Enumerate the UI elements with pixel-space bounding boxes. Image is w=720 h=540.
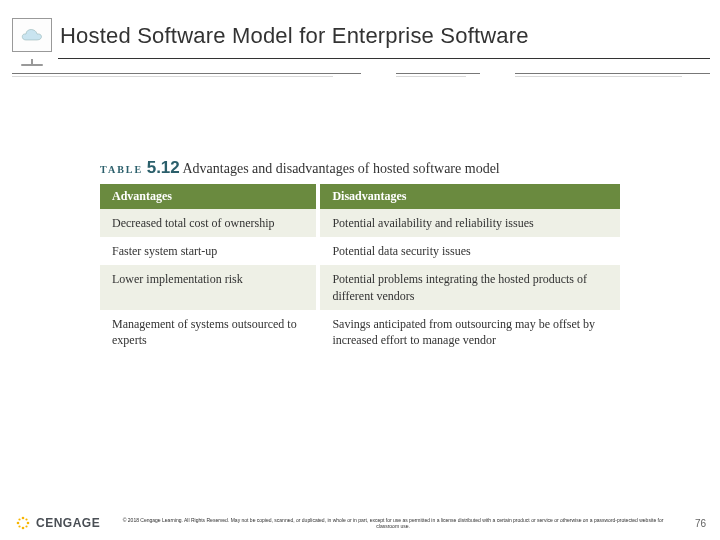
table-label-word: TABLE: [100, 164, 143, 175]
slide-header: Hosted Software Model for Enterprise Sof…: [0, 0, 720, 52]
th-advantages: Advantages: [100, 184, 318, 209]
svg-point-1: [27, 522, 30, 525]
cell-disadvantage: Potential availability and reliability i…: [318, 209, 620, 237]
svg-point-3: [22, 527, 25, 530]
table-number: 5.12: [147, 158, 180, 177]
page-number: 76: [686, 518, 706, 529]
title-underline: [58, 58, 710, 59]
cell-disadvantage: Savings anticipated from outsourcing may…: [318, 310, 620, 354]
svg-point-7: [25, 525, 27, 527]
advantages-table: Advantages Disadvantages Decreased total…: [100, 184, 620, 354]
table-caption-text: Advantages and disadvantages of hosted s…: [183, 161, 500, 176]
th-disadvantages: Disadvantages: [318, 184, 620, 209]
cell-advantage: Faster system start-up: [100, 237, 318, 265]
svg-point-4: [18, 518, 20, 520]
svg-point-6: [18, 525, 20, 527]
table-row: Lower implementation risk Potential prob…: [100, 265, 620, 309]
cell-advantage: Management of systems outsourced to expe…: [100, 310, 318, 354]
cell-advantage: Lower implementation risk: [100, 265, 318, 309]
page-title: Hosted Software Model for Enterprise Sof…: [60, 23, 529, 52]
cloud-monitor-icon: [12, 18, 52, 52]
main-content: TABLE 5.12 Advantages and disadvantages …: [100, 158, 620, 354]
table-caption: TABLE 5.12 Advantages and disadvantages …: [100, 158, 620, 178]
brand-logo: CENGAGE: [14, 514, 100, 532]
cell-disadvantage: Potential problems integrating the hoste…: [318, 265, 620, 309]
table-row: Decreased total cost of ownership Potent…: [100, 209, 620, 237]
svg-point-0: [17, 522, 20, 525]
copyright-text: © 2018 Cengage Learning. All Rights Rese…: [110, 517, 676, 530]
cell-disadvantage: Potential data security issues: [318, 237, 620, 265]
svg-point-5: [25, 518, 27, 520]
brand-text: CENGAGE: [36, 516, 100, 530]
burst-icon: [14, 514, 32, 532]
table-row: Management of systems outsourced to expe…: [100, 310, 620, 354]
svg-point-2: [22, 517, 25, 520]
table-row: Faster system start-up Potential data se…: [100, 237, 620, 265]
decorative-rule: [12, 73, 710, 78]
cell-advantage: Decreased total cost of ownership: [100, 209, 318, 237]
slide-footer: CENGAGE © 2018 Cengage Learning. All Rig…: [0, 514, 720, 532]
